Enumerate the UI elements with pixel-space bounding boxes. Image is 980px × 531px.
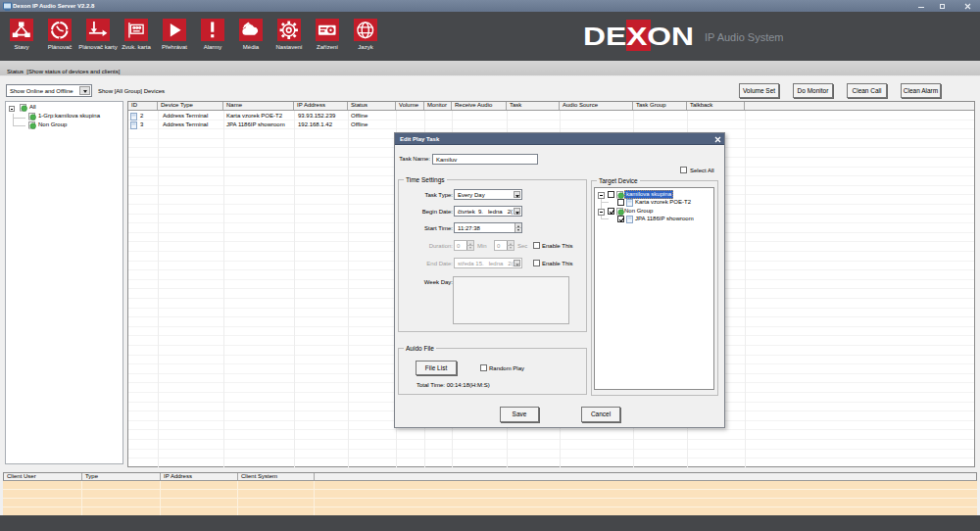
svg-text:DEXON: DEXON [583, 23, 694, 50]
